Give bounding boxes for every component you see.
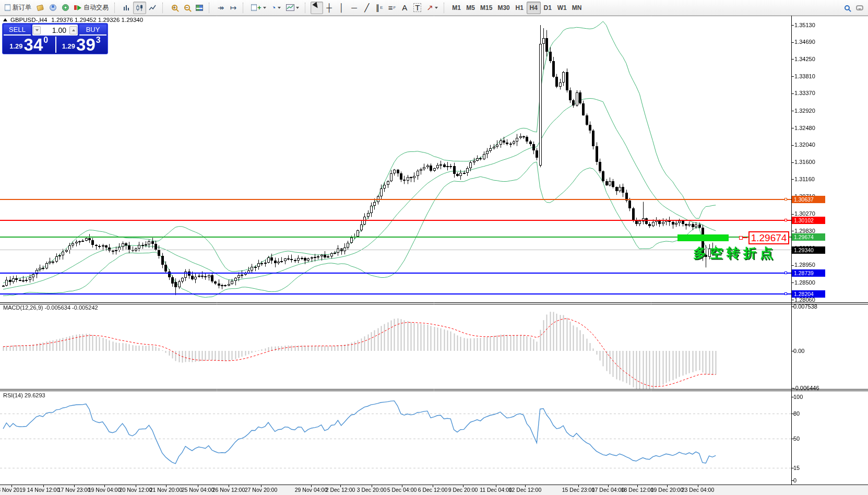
toolbar-separator: [444, 3, 447, 13]
chart-title: GBPUSD-,H4 1.29376 1.29452 1.29326 1.293…: [3, 17, 143, 23]
signal-icon: [62, 4, 69, 11]
vline-tool-button[interactable]: │: [336, 2, 348, 14]
horizontal-line-1.28204[interactable]: [0, 293, 791, 294]
zoom-in-button[interactable]: +: [168, 2, 181, 14]
macd-axis-label: -0.006446: [793, 385, 819, 391]
horizontal-line-1.30102[interactable]: [0, 220, 791, 221]
channel-tool-button[interactable]: ∥ E: [373, 2, 386, 14]
annotation-text[interactable]: 多空转折点: [693, 244, 777, 262]
candlestick-chart-button[interactable]: [133, 2, 146, 14]
volume-down-button[interactable]: [33, 26, 41, 34]
price-tag: 1.29674: [792, 233, 825, 241]
timeframe-h4[interactable]: H4: [527, 2, 541, 14]
line-handle[interactable]: [784, 272, 787, 274]
horizontal-line-1.29674[interactable]: [0, 237, 791, 238]
hline-tool-button[interactable]: ─: [348, 2, 361, 14]
trendline-tool-button[interactable]: ╱: [361, 2, 373, 14]
buy-button[interactable]: BUY: [79, 25, 106, 36]
price-tick-label: 1.30270: [794, 210, 815, 217]
profiles-button[interactable]: [34, 2, 46, 14]
line-chart-icon: [149, 4, 157, 11]
chart-shift-button[interactable]: ↦: [227, 2, 240, 14]
timeframe-d1[interactable]: D1: [541, 2, 555, 14]
new-order-icon: [5, 4, 10, 11]
toolbar-separator: [305, 3, 308, 13]
new-order-button[interactable]: 新订单: [2, 2, 34, 14]
timeframe-mn[interactable]: MN: [569, 2, 585, 14]
price-tick-label: 1.33810: [794, 73, 815, 79]
fibonacci-icon: ≡: [388, 4, 393, 11]
price-tag: 1.30102: [792, 217, 825, 224]
horizontal-line-1.28739[interactable]: [0, 273, 791, 274]
cursor-tool-button[interactable]: [311, 2, 323, 14]
timeframe-w1[interactable]: W1: [555, 2, 569, 14]
plus-icon: +: [257, 4, 261, 11]
cursor-icon: [312, 2, 321, 11]
chat-button[interactable]: [853, 2, 866, 14]
search-button[interactable]: [841, 2, 853, 14]
price-callout[interactable]: 1.29674: [748, 231, 789, 244]
add-indicator-button[interactable]: +: [248, 2, 269, 14]
timeframe-h1[interactable]: H1: [513, 2, 527, 14]
price-tick-label: 1.34250: [794, 56, 815, 62]
horizontal-line-icon: ─: [351, 4, 357, 11]
fibonacci-tool-button[interactable]: ≡ F: [386, 2, 399, 14]
crosshair-tool-button[interactable]: ┼: [323, 2, 336, 14]
horizontal-line-1.29340[interactable]: [0, 250, 791, 250]
toolbar-separator: [114, 3, 118, 13]
symbol-timeframe: GBPUSD-,H4: [10, 17, 47, 23]
timeframe-m30[interactable]: M30: [495, 2, 512, 14]
toolbar-separator: [162, 3, 166, 13]
channel-letter: E: [380, 5, 383, 10]
arrows-tool-button[interactable]: ↗: [424, 2, 441, 14]
signals-button[interactable]: [59, 2, 72, 14]
profiles-icon: [37, 4, 44, 11]
buy-price[interactable]: 1.29 39 3: [55, 36, 108, 54]
horizontal-line-1.30637[interactable]: [0, 199, 791, 200]
timeframe-m5[interactable]: M5: [463, 2, 478, 14]
bar-chart-icon: [123, 4, 130, 11]
line-chart-button[interactable]: [146, 2, 159, 14]
time-tick-label: 23 Dec 04:00: [674, 487, 721, 493]
price-tag: 1.29340: [792, 246, 825, 254]
channel-icon: ∥: [376, 4, 380, 11]
toolbar-separator: [209, 3, 212, 13]
text-label-tool-button[interactable]: T: [411, 2, 424, 14]
highlight-rectangle[interactable]: [677, 234, 729, 241]
sell-button[interactable]: SELL: [4, 25, 31, 36]
market-watch-button[interactable]: [46, 2, 59, 14]
line-handle[interactable]: [784, 292, 787, 295]
templates-button[interactable]: [283, 2, 302, 14]
one-click-trading-panel: SELL 1.00 BUY 1.29 34 0 1.29 39 3: [2, 23, 108, 54]
volume-up-button[interactable]: [69, 26, 77, 34]
auto-trading-label: 自动交易: [84, 3, 109, 12]
auto-scroll-button[interactable]: ↠: [215, 2, 227, 14]
collapse-arrow-icon[interactable]: [3, 16, 7, 21]
line-handle[interactable]: [784, 198, 787, 201]
price-tick-label: 1.33370: [794, 90, 815, 96]
zoom-out-icon: −: [184, 5, 190, 10]
chat-icon: [856, 5, 863, 10]
ohlc-values: 1.29376 1.29452 1.29326 1.29340: [51, 17, 143, 23]
indicator-doc-icon: [251, 4, 257, 11]
timeframe-m1[interactable]: M1: [449, 2, 463, 14]
chevron-down-icon: [35, 29, 39, 33]
tile-windows-button[interactable]: [193, 2, 206, 14]
sell-price[interactable]: 1.29 34 0: [3, 36, 55, 54]
timeframe-m15[interactable]: M15: [478, 2, 495, 14]
macd-axis-label: 0.007538: [793, 303, 817, 310]
candlestick-chart-icon: [136, 4, 144, 11]
mt4-terminal: 新订单 自动交易 + − ↠ ↦ +: [0, 0, 868, 495]
volume-value[interactable]: 1.00: [41, 26, 69, 34]
text-tool-button[interactable]: A: [398, 2, 411, 14]
periods-button[interactable]: ◔: [269, 2, 283, 14]
auto-trading-button[interactable]: 自动交易: [72, 2, 111, 14]
macd-label: MACD(12,26,9) -0.005634 -0.005242: [3, 304, 98, 311]
line-handle[interactable]: [784, 219, 787, 221]
zoom-out-button[interactable]: −: [181, 2, 193, 14]
search-icon: [845, 5, 850, 10]
clock-icon: ◔: [271, 4, 276, 11]
time-tick-label: 12 Dec 12:00: [502, 487, 549, 493]
chevron-down-icon: [435, 7, 438, 10]
bar-chart-button[interactable]: [120, 2, 133, 14]
